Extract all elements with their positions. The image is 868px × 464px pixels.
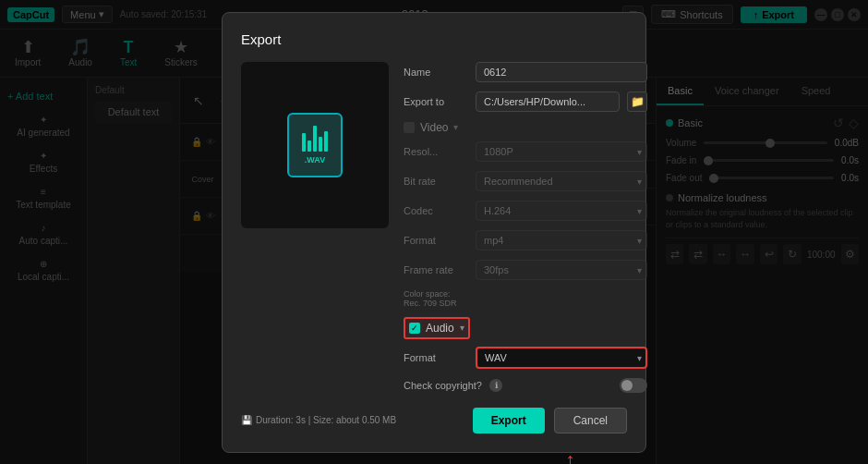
audio-format-select-wrapper: WAV xyxy=(476,347,647,369)
framerate-select[interactable]: 30fps xyxy=(476,260,647,280)
framerate-select-wrapper: 30fps xyxy=(476,260,647,280)
wav-bar-5 xyxy=(324,131,328,152)
modal-preview: .WAV xyxy=(241,62,389,228)
codec-row: Codec H.264 xyxy=(404,201,647,221)
wav-icon: .WAV xyxy=(287,113,343,177)
color-space-row: Color space: Rec. 709 SDR xyxy=(404,289,647,308)
export-to-input[interactable] xyxy=(476,92,620,112)
format-select-wrapper: mp4 xyxy=(476,230,647,250)
codec-select-wrapper: H.264 xyxy=(476,201,647,221)
modal-title: Export xyxy=(241,31,627,47)
format-select[interactable]: mp4 xyxy=(476,230,647,250)
audio-section-header: ✓ Audio ▾ xyxy=(404,317,470,339)
resolution-select[interactable]: 1080P xyxy=(476,141,647,162)
audio-checkbox[interactable]: ✓ xyxy=(409,323,420,334)
audio-format-select[interactable]: WAV xyxy=(476,347,647,369)
wav-bar-1 xyxy=(302,133,306,152)
wav-bar-3 xyxy=(313,126,317,152)
wav-bar-2 xyxy=(307,140,311,152)
disk-icon: 💾 xyxy=(241,415,252,425)
wav-bars xyxy=(302,126,328,152)
audio-expand-arrow: ▾ xyxy=(460,323,464,333)
footer-buttons: Export Cancel xyxy=(473,408,627,433)
modal-body: .WAV Name Export to 📁 xyxy=(241,62,627,393)
modal-overlay: Export .WAV xyxy=(0,0,868,464)
video-checkbox[interactable] xyxy=(404,122,415,133)
format-row: Format mp4 xyxy=(404,230,647,250)
bitrate-select-wrapper: Recommended xyxy=(476,171,647,191)
copyright-info-icon[interactable]: ℹ xyxy=(489,379,502,392)
audio-format-row: Format WAV xyxy=(404,347,647,369)
codec-select[interactable]: H.264 xyxy=(476,201,647,221)
folder-button[interactable]: 📁 xyxy=(627,92,647,112)
copyright-row: Check copyright? ℹ xyxy=(404,378,647,393)
bitrate-row: Bit rate Recommended xyxy=(404,171,647,191)
modal-footer: 💾 Duration: 3s | Size: about 0.50 MB Exp… xyxy=(241,408,627,433)
resolution-row: Resol... 1080P xyxy=(404,141,647,162)
name-input[interactable] xyxy=(476,62,647,82)
name-row: Name xyxy=(404,62,647,82)
framerate-row: Frame rate 30fps xyxy=(404,260,647,280)
wav-bar-4 xyxy=(319,137,322,152)
bitrate-select[interactable]: Recommended xyxy=(476,171,647,191)
footer-info: 💾 Duration: 3s | Size: about 0.50 MB xyxy=(241,415,396,425)
wav-icon-box: .WAV xyxy=(287,113,343,177)
export-modal: Export .WAV xyxy=(222,12,646,453)
export-to-row: Export to 📁 xyxy=(404,92,647,112)
red-arrow: ↑ xyxy=(565,448,575,465)
wav-file-label: .WAV xyxy=(305,155,325,165)
copyright-toggle[interactable] xyxy=(620,378,647,393)
resolution-select-wrapper: 1080P xyxy=(476,141,647,162)
toggle-thumb xyxy=(621,380,633,391)
cancel-button[interactable]: Cancel xyxy=(554,408,627,433)
export-button[interactable]: Export xyxy=(473,408,545,433)
video-section-header: Video ▾ xyxy=(404,121,647,134)
video-expand-arrow: ▾ xyxy=(453,122,458,132)
modal-form: Name Export to 📁 Video ▾ Resol... xyxy=(404,62,647,393)
